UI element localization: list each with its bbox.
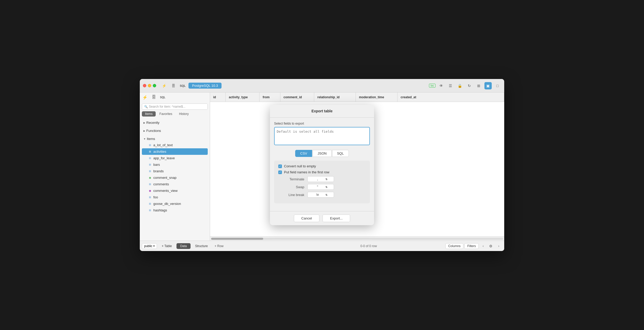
- fields-input[interactable]: [274, 127, 370, 145]
- cancel-button[interactable]: Cancel: [294, 215, 319, 222]
- modal-title: Export table: [270, 105, 374, 118]
- swap-chevron-icon: ⇅: [325, 186, 327, 188]
- checkbox-field-names[interactable]: ✓ Put field names in the first row: [278, 170, 366, 174]
- main-window: ⚡ 🗄 SQL PostgreSQL 10.3 loc 👁 ☰ 🔒 ↻ ⊞ ▣ …: [140, 79, 504, 251]
- export-modal: Export table Select fields to export CSV…: [270, 105, 374, 225]
- option-linebreak: Line break \n ⇅: [278, 192, 366, 198]
- options-area: ✓ Convert null to empty ✓ Put field name…: [274, 161, 370, 203]
- format-sql-button[interactable]: SQL: [332, 150, 349, 157]
- checkbox-icon-field-names: ✓: [278, 170, 282, 174]
- format-json-button[interactable]: JSON: [313, 150, 332, 157]
- modal-footer: Cancel Export...: [270, 211, 374, 225]
- format-selector: CSV JSON SQL: [274, 150, 370, 157]
- linebreak-label: Line break: [278, 193, 304, 197]
- option-terminate: Terminate , ⇅: [278, 176, 366, 182]
- format-csv-button[interactable]: CSV: [295, 150, 312, 157]
- checkbox-convert-null[interactable]: ✓ Convert null to empty: [278, 164, 366, 168]
- field-label: Select fields to export: [274, 122, 370, 125]
- option-swap: Swap " ⇅: [278, 184, 366, 190]
- linebreak-chevron-icon: ⇅: [325, 193, 327, 196]
- linebreak-select[interactable]: \n ⇅: [307, 192, 334, 198]
- convert-null-label: Convert null to empty: [284, 164, 316, 168]
- modal-body: Select fields to export CSV JSON SQL ✓ C…: [270, 118, 374, 211]
- terminate-value: ,: [310, 177, 325, 181]
- swap-value: ": [310, 185, 325, 189]
- swap-label: Swap: [278, 185, 304, 189]
- terminate-label: Terminate: [278, 177, 304, 181]
- swap-select[interactable]: " ⇅: [307, 184, 334, 190]
- terminate-select[interactable]: , ⇅: [307, 176, 334, 182]
- linebreak-value: \n: [310, 193, 325, 197]
- checkbox-icon-convert-null: ✓: [278, 164, 282, 168]
- export-button[interactable]: Export...: [323, 215, 350, 222]
- terminate-chevron-icon: ⇅: [325, 178, 327, 181]
- field-names-label: Put field names in the first row: [284, 170, 329, 174]
- modal-overlay: Export table Select fields to export CSV…: [140, 79, 504, 251]
